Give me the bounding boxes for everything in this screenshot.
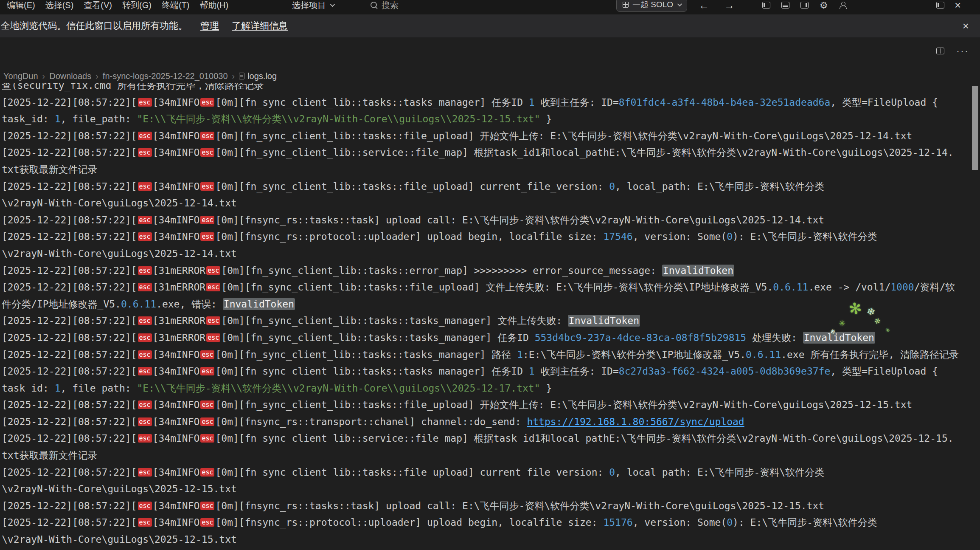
menu-item[interactable]: 转到(G) [117,0,157,11]
workspace-trust-banner: 全地浏览代码。信任此窗口以启用所有功能。 管理 了解详细信息 × [0,14,980,37]
ansi-escape-badge: esc [138,502,152,510]
log-text: [0m][fn_sync_client_lib::tasks::file_upl… [215,399,912,410]
log-text: [0m][fnsync_rs::tasks::task] upload call… [215,500,824,511]
log-text: [2025-12-22][08:57:22][ [2,265,137,276]
log-text: [31mERROR [153,265,206,276]
menu-item[interactable]: 选择(S) [40,0,79,11]
log-line: [2025-12-22][08:57:22][esc[34mINFOesc[0m… [2,178,980,195]
log-number: 8f01fdc4-a3f4-48b4-b4ea-32e51adead6a [619,97,831,108]
search-input[interactable]: 搜索 [370,0,399,14]
log-number: 1 [517,349,523,360]
log-text: [0m][fn_sync_client_lib::tasks::tasks_ma… [215,366,528,377]
log-text: [2025-12-22][08:57:22][ [2,332,137,343]
ansi-escape-badge: esc [200,502,214,510]
log-text: .exe -> /vol1/ [808,282,890,293]
banner-close-icon[interactable]: × [963,20,969,31]
ansi-escape-badge: esc [138,283,152,291]
breadcrumb-item[interactable]: fn-sync-logs-2025-12-22_010030 [103,71,228,81]
highlighted-token: InvalidToken [803,332,875,344]
log-text: [2025-12-22][08:57:22][ [2,231,137,242]
breadcrumb-separator: › [42,71,45,81]
account-icon[interactable] [839,2,847,9]
log-number: 0 [609,181,615,192]
menu-item[interactable]: 帮助(H) [194,0,233,11]
breadcrumb-item[interactable]: YongDun [3,71,38,81]
log-text: } [540,113,552,124]
menu-item[interactable]: 查看(V) [79,0,117,11]
log-number: 17546 [603,231,632,242]
forward-button[interactable]: → [724,0,735,14]
file-icon [239,73,244,79]
log-text: [34mINFO [153,181,200,192]
more-actions-icon[interactable]: ··· [956,48,969,54]
log-string: "E:\\飞牛同步-资料\\软件分类\\v2rayN-With-Core\\gu… [137,383,540,394]
titlebar-icon-group: ⚙ [762,0,847,14]
ansi-escape-badge: esc [200,350,214,359]
log-text: [34mINFO [153,416,200,427]
window-controls: × [936,0,961,14]
log-text: [0m][fn_sync_client_lib::tasks::tasks_ma… [221,332,534,343]
toggle-sidebar-icon[interactable] [762,2,770,8]
settings-gear-icon[interactable]: ⚙ [820,0,828,11]
menu-item[interactable]: 编辑(E) [2,0,40,11]
toggle-panel-icon[interactable] [781,2,789,8]
menu-item[interactable]: 终端(T) [157,0,195,11]
log-text: [34mINFO [153,399,200,410]
log-text: [2025-12-22][08:57:22][ [2,517,137,528]
log-editor[interactable]: 查(security_fix.cmd 所有任务执行完毕，清除路径记录[2025-… [0,83,980,550]
breadcrumb-item[interactable]: Downloads [49,71,91,81]
breadcrumb-item[interactable]: logs.log [247,71,277,81]
chevron-down-icon [677,2,682,6]
log-text: txt获取最新文件记录 [2,450,98,461]
log-text: [0m][fn_sync_client_lib::tasks::file_upl… [215,181,609,192]
log-line: task_id: 1, file_path: "E:\\飞牛同步-资料\\软件分… [2,380,980,397]
log-text: [2025-12-22][08:57:22][ [2,282,137,293]
log-line: [2025-12-22][08:57:22][esc[34mINFOesc[0m… [2,498,980,515]
log-line: [2025-12-22][08:57:22][esc[34mINFOesc[0m… [2,464,980,481]
log-number: 15176 [603,517,632,528]
solo-together-button[interactable]: 一起 SOLO [616,0,687,12]
log-text: .exe, 错误: [156,299,223,310]
log-text: } [540,383,552,394]
manage-trust-link[interactable]: 管理 [200,20,219,32]
ansi-escape-badge: esc [200,148,214,157]
log-line: task_id: 1, file_path: "E:\\飞牛同步-资料\\软件分… [2,111,980,128]
ansi-escape-badge: esc [138,232,152,241]
ansi-escape-badge: esc [200,132,214,140]
highlighted-token: InvalidToken [662,265,734,276]
log-text: \v2rayN-With-Core\guiLogs\2025-12-14.txt [2,248,237,259]
customize-layout-icon[interactable] [936,2,944,8]
log-line: [2025-12-22][08:57:22][esc[31mERROResc[0… [2,313,980,330]
menu-bar: 编辑(E)选择(S)查看(V)转到(G)终端(T)帮助(H) [2,0,233,14]
log-text: [34mINFO [153,517,200,528]
log-text: 查(security_fix.cmd 所有任务执行完毕，清除路径记录 [2,83,264,91]
log-url-link[interactable]: https://192.168.1.80:5667/sync/upload [527,416,744,427]
log-line: [2025-12-22][08:57:22][esc[34mINFOesc[0m… [2,347,980,364]
log-text: [34mINFO [153,130,200,141]
ansi-escape-badge: esc [138,98,152,107]
log-number: 553d4bc9-237a-4dce-83ca-08f8f5b29815 [535,332,747,343]
project-selector[interactable]: 选择项目 [292,0,334,14]
window-close-icon[interactable]: × [955,0,961,11]
back-button[interactable]: ← [699,0,709,14]
split-editor-icon[interactable] [936,48,944,54]
ansi-escape-badge: esc [200,232,214,241]
log-line: \v2rayN-With-Core\guiLogs\2025-12-15.txt [2,481,980,498]
log-line: [2025-12-22][08:57:22][esc[34mINFOesc[0m… [2,397,980,414]
breadcrumb-separator: › [95,71,98,81]
log-number: 0 [727,231,733,242]
vertical-scrollbar[interactable] [972,86,978,170]
editor-actions: ··· [936,48,969,54]
log-line: \v2rayN-With-Core\guiLogs\2025-12-14.txt [2,195,980,212]
learn-more-link[interactable]: 了解详细信息 [232,20,288,32]
log-text: [34mINFO [153,349,200,360]
log-line: [2025-12-22][08:57:22][esc[31mERROResc[0… [2,330,980,347]
ansi-escape-badge: esc [200,401,214,409]
log-text: [0m][fn_sync_client_lib::tasks::tasks_ma… [215,349,517,360]
log-text: /资料/软 [914,282,955,293]
log-text: [0m][fn_sync_client_lib::service::file_m… [215,433,953,444]
ansi-escape-badge: esc [138,350,152,359]
log-line: \v2rayN-With-Core\guiLogs\2025-12-15.txt [2,531,980,548]
ansi-escape-badge: esc [200,182,214,191]
toggle-secondary-sidebar-icon[interactable] [800,2,809,8]
